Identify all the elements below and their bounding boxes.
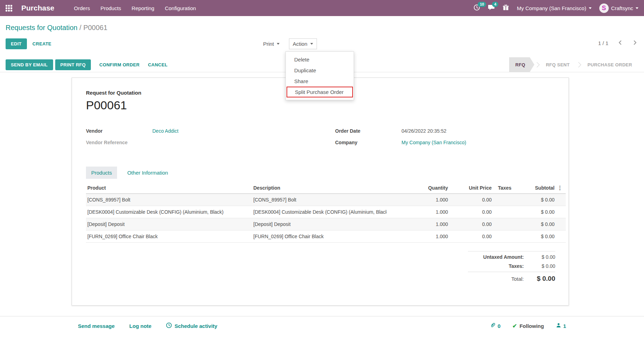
header-product[interactable]: Product [86,182,252,194]
menu-orders[interactable]: Orders [74,5,90,11]
cell-taxes[interactable] [493,206,530,218]
pager-previous-icon[interactable] [617,40,623,46]
rfq-reference: P00061 [86,98,565,112]
breadcrumb-current: P00061 [83,24,107,31]
schedule-activity-button[interactable]: Schedule activity [166,322,217,329]
action-item-duplicate[interactable]: Duplicate [286,65,354,76]
messages-button[interactable]: 4 [488,4,495,12]
create-button[interactable]: CREATE [32,41,51,46]
breadcrumb: Requests for Quotation / P00061 [6,24,107,32]
activities-button[interactable]: 10 [473,4,480,12]
odoo-purchase-screen: Purchase Orders Products Reporting Confi… [0,0,644,337]
order-date-value[interactable]: 04/26/2022 20:35:52 [401,128,446,134]
menu-reporting[interactable]: Reporting [132,5,154,11]
order-date-label: Order Date [335,128,401,134]
cell-quantity[interactable]: 1.000 [386,218,449,230]
confirm-order-button[interactable]: CONFIRM ORDER [99,62,139,67]
action-item-delete[interactable]: Delete [286,54,354,65]
untaxed-amount-label: Untaxed Amount: [468,254,524,260]
action-item-split-purchase-order[interactable]: Split Purchase Order [287,87,353,97]
header-description[interactable]: Description [252,182,386,194]
statusbar-separator [534,62,540,67]
following-button[interactable]: ✔ Following [512,323,544,329]
print-rfq-button[interactable]: PRINT RFQ [55,59,91,70]
cell-quantity[interactable]: 1.000 [386,194,449,206]
cell-description[interactable]: [FURN_0269] Office Chair Black [252,230,386,243]
cell-quantity[interactable]: 1.000 [386,230,449,243]
app-name[interactable]: Purchase [21,4,55,12]
cell-unit-price[interactable]: 0.00 [449,230,493,243]
breadcrumb-separator: / [79,24,81,31]
user-avatar: S [599,3,609,13]
order-lines-table: Product Description Quantity Unit Price … [86,182,566,243]
cancel-button[interactable]: CANCEL [148,62,167,67]
attachments-button[interactable]: 0 [490,322,500,329]
tab-products[interactable]: Products [86,167,117,179]
notebook-tabs: Products Other Information [86,167,565,179]
schedule-clock-icon [166,322,172,329]
gift-icon [502,4,509,12]
company-switcher[interactable]: My Company (San Francisco) [517,5,591,11]
table-row[interactable]: [DESK0004] Customizable Desk (CONFIG) (A… [86,206,566,218]
action-item-share[interactable]: Share [286,76,354,87]
cell-subtotal: $ 0.00 [530,194,556,206]
cell-taxes[interactable] [493,218,530,230]
header-quantity[interactable]: Quantity [386,182,449,194]
cell-quantity[interactable]: 1.000 [386,206,449,218]
menu-products[interactable]: Products [100,5,121,11]
header-unit-price[interactable]: Unit Price [449,182,493,194]
cell-unit-price[interactable]: 0.00 [449,218,493,230]
statusbar-step-purchase-order[interactable]: PURCHASE ORDER [581,57,638,72]
pager-counter: 1 / 1 [598,40,608,46]
menu-configuration[interactable]: Configuration [165,5,196,11]
statusbar-step-rfq[interactable]: RFQ [509,57,534,72]
apps-menu-icon[interactable] [6,5,12,12]
pager: 1 / 1 [598,40,638,46]
total-value: $ 0.00 [524,275,555,283]
header-taxes[interactable]: Taxes [493,182,530,194]
send-message-button[interactable]: Send message [78,323,115,329]
vendor-value[interactable]: Deco Addict [152,128,179,134]
pager-next-icon[interactable] [632,40,638,46]
cell-taxes[interactable] [493,230,530,243]
action-dropdown-menu: Delete Duplicate Share Split Purchase Or… [285,51,354,100]
log-note-button[interactable]: Log note [129,323,151,329]
send-by-email-button[interactable]: SEND BY EMAIL [6,59,53,70]
cell-product[interactable]: [CONS_89957] Bolt [86,194,252,206]
action-menu-button[interactable]: Action [289,38,317,49]
followers-button[interactable]: 1 [556,323,566,329]
navbar-systray: 10 4 My Company (San Francisco) S Crafts… [473,3,638,13]
total-label: Total: [468,276,524,282]
totals-section: Untaxed Amount: $ 0.00 Taxes: $ 0.00 Tot… [468,251,555,284]
cell-unit-price[interactable]: 0.00 [449,194,493,206]
breadcrumb-parent[interactable]: Requests for Quotation [6,24,78,31]
table-row[interactable]: [CONS_89957] Bolt [CONS_89957] Bolt 1.00… [86,194,566,206]
toggle-columns-icon[interactable]: ⋮ [556,182,566,194]
table-row[interactable]: [Deposit] Deposit [Deposit] Deposit 1.00… [86,218,566,230]
statusbar-step-rfq-sent[interactable]: RFQ SENT [540,57,576,72]
rewards-button[interactable] [502,4,509,12]
company-value[interactable]: My Company (San Francisco) [401,140,466,145]
user-menu[interactable]: S Craftsync [599,3,638,13]
tab-other-information[interactable]: Other Information [122,167,173,179]
table-row[interactable]: [FURN_0269] Office Chair Black [FURN_026… [86,230,566,243]
field-groups: Vendor Deco Addict Vendor Reference Orde… [86,128,565,151]
vendor-reference-label: Vendor Reference [86,140,152,145]
cell-product[interactable]: [FURN_0269] Office Chair Black [86,230,252,243]
header-subtotal[interactable]: Subtotal [530,182,556,194]
cell-taxes[interactable] [493,194,530,206]
table-header-row: Product Description Quantity Unit Price … [86,182,566,194]
cell-subtotal: $ 0.00 [530,206,556,218]
print-menu-button[interactable]: Print [259,38,283,49]
cell-description[interactable]: [DESK0004] Customizable Desk (CONFIG) (A… [252,206,386,218]
cell-product[interactable]: [DESK0004] Customizable Desk (CONFIG) (A… [86,206,252,218]
user-name: Craftsync [611,5,633,11]
cell-product[interactable]: [Deposit] Deposit [86,218,252,230]
cell-description[interactable]: [Deposit] Deposit [252,218,386,230]
edit-button[interactable]: EDIT [6,38,27,49]
form-sheet: Request for Quotation P00061 Vendor Deco… [72,78,569,306]
cell-description[interactable]: [CONS_89957] Bolt [252,194,386,206]
chevron-down-icon [589,7,592,9]
cell-unit-price[interactable]: 0.00 [449,206,493,218]
chevron-down-icon [310,43,313,45]
